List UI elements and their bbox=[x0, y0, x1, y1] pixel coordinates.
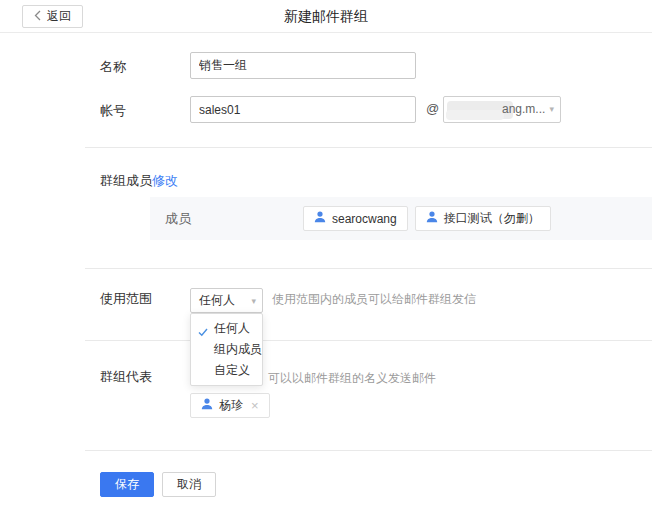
scope-option-group-members[interactable]: 组内成员 bbox=[191, 339, 262, 360]
person-icon bbox=[201, 398, 213, 413]
member-name: 接口测试（勿删） bbox=[444, 210, 540, 227]
account-label: 帐号 bbox=[100, 102, 126, 120]
scope-select[interactable]: 任何人 ▾ bbox=[190, 288, 263, 313]
members-panel: 成员 searocwang 接口测试（勿删） bbox=[150, 197, 652, 240]
caret-down-icon: ▾ bbox=[251, 289, 256, 314]
representative-tag-row: 杨珍 × bbox=[190, 393, 270, 418]
divider bbox=[85, 340, 652, 341]
scope-select-value: 任何人 bbox=[199, 289, 235, 312]
divider bbox=[85, 268, 652, 269]
scope-option-custom[interactable]: 自定义 bbox=[191, 360, 262, 381]
save-button[interactable]: 保存 bbox=[100, 472, 154, 497]
name-label: 名称 bbox=[100, 58, 126, 76]
modify-members-link[interactable]: 修改 bbox=[152, 172, 178, 190]
scope-dropdown-menu: 任何人 组内成员 自定义 bbox=[190, 313, 263, 386]
member-tag[interactable]: searocwang bbox=[303, 206, 408, 231]
group-members-label: 群组成员 bbox=[100, 172, 152, 190]
scope-option-label: 自定义 bbox=[214, 363, 250, 377]
name-input[interactable] bbox=[190, 52, 416, 79]
person-icon bbox=[426, 211, 438, 226]
caret-down-icon: ▾ bbox=[549, 97, 554, 122]
representative-hint: 可以以邮件群组的名义发送邮件 bbox=[268, 370, 436, 387]
person-icon bbox=[314, 211, 326, 226]
scope-hint: 使用范围内的成员可以给邮件群组发信 bbox=[272, 291, 476, 308]
members-tag-row: searocwang 接口测试（勿删） bbox=[303, 206, 551, 231]
scope-option-label: 组内成员 bbox=[214, 342, 262, 356]
members-row-label: 成员 bbox=[165, 197, 191, 240]
top-bar: 返回 新建邮件群组 bbox=[0, 0, 652, 33]
divider bbox=[85, 147, 652, 148]
representative-tag[interactable]: 杨珍 × bbox=[190, 393, 270, 418]
domain-select[interactable]: ang.m... ▾ bbox=[443, 96, 561, 123]
member-name: searocwang bbox=[332, 212, 397, 226]
account-input[interactable] bbox=[190, 96, 416, 123]
at-symbol: @ bbox=[426, 101, 439, 116]
representative-name: 杨珍 bbox=[219, 397, 243, 414]
close-icon[interactable]: × bbox=[251, 398, 259, 413]
scope-option-label: 任何人 bbox=[214, 321, 250, 335]
member-tag[interactable]: 接口测试（勿删） bbox=[415, 206, 551, 231]
cancel-button[interactable]: 取消 bbox=[162, 472, 216, 497]
domain-redaction-blur-2 bbox=[446, 110, 504, 120]
divider bbox=[85, 450, 652, 451]
create-mail-group-page: 返回 新建邮件群组 名称 帐号 @ ang.m... ▾ 群组成员 修改 成员 … bbox=[0, 0, 652, 514]
representative-label: 群组代表 bbox=[100, 368, 152, 386]
scope-option-anyone[interactable]: 任何人 bbox=[191, 318, 262, 339]
scope-label: 使用范围 bbox=[100, 290, 152, 308]
page-title: 新建邮件群组 bbox=[0, 0, 652, 33]
domain-select-value: ang.m... bbox=[502, 97, 545, 122]
